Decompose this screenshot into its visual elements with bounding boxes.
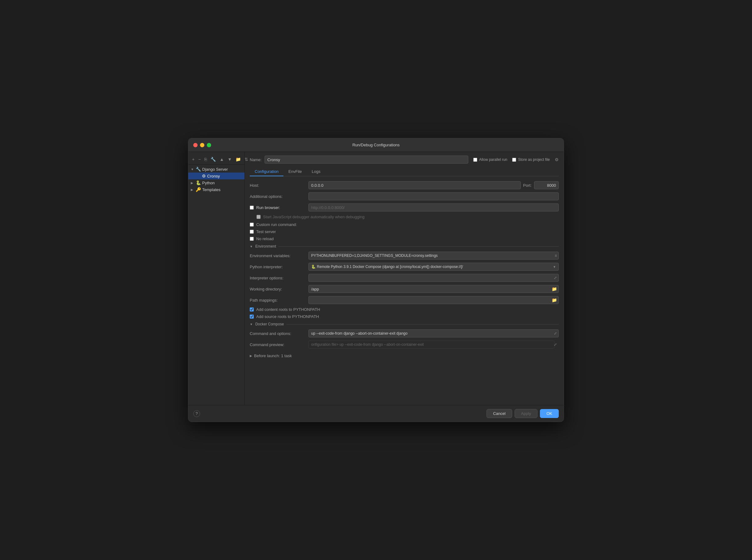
host-input[interactable] — [308, 181, 521, 189]
path-mappings-row: Path mappings: 📁 — [250, 296, 559, 304]
sidebar-item-templates[interactable]: ▶ 🔑 Templates — [188, 186, 244, 193]
command-options-container: ⤢ — [308, 329, 559, 337]
sidebar-item-django-server[interactable]: ▼ 🔧 Django Server — [188, 166, 244, 173]
copy-config-button[interactable]: ⎘ — [203, 156, 208, 162]
sidebar: + − ⎘ 🔧 ▲ ▼ 📁 ⇅ ▼ 🔧 Django Server ⚙ Cron… — [188, 152, 245, 405]
command-options-input[interactable] — [308, 329, 559, 337]
interpreter-options-input[interactable] — [308, 274, 559, 282]
add-config-button[interactable]: + — [191, 156, 196, 162]
env-vars-container: ≡ — [308, 252, 559, 260]
env-vars-input[interactable] — [308, 252, 559, 260]
custom-run-checkbox[interactable] — [250, 223, 254, 226]
tab-envfile[interactable]: EnvFile — [283, 167, 307, 176]
apply-button[interactable]: Apply — [515, 409, 538, 418]
command-options-row: Command and options: ⤢ — [250, 329, 559, 337]
header-options: Allow parallel run Store as project file… — [473, 157, 559, 162]
interpreter-text: 🐍 Remote Python 3.9.1 Docker Compose (dj… — [311, 264, 553, 269]
store-project-row: Store as project file — [512, 157, 550, 162]
env-vars-edit-icon[interactable]: ≡ — [555, 254, 557, 258]
path-mappings-field[interactable] — [308, 296, 559, 304]
add-source-roots-row: Add source roots to PYTHONPATH — [250, 314, 559, 319]
interpreter-options-container: ⤢ — [308, 274, 559, 282]
up-button[interactable]: ▲ — [218, 156, 225, 162]
browse-folder-icon[interactable]: 📁 — [552, 286, 557, 292]
expand-preview-icon[interactable]: ⤢ — [554, 342, 557, 347]
tab-configuration[interactable]: Configuration — [250, 167, 283, 176]
name-input[interactable] — [265, 156, 468, 164]
ok-button[interactable]: OK — [540, 409, 559, 418]
environment-arrow[interactable]: ▼ — [250, 245, 253, 248]
interpreter-select[interactable]: 🐍 Remote Python 3.9.1 Docker Compose (dj… — [308, 263, 559, 271]
footer: ? Cancel Apply OK — [188, 405, 564, 422]
sidebar-item-cronsy[interactable]: ⚙ Cronsy — [188, 173, 244, 179]
sidebar-toolbar: + − ⎘ 🔧 ▲ ▼ 📁 ⇅ — [188, 154, 244, 164]
path-mappings-label: Path mappings: — [250, 298, 308, 302]
add-content-roots-label: Add content roots to PYTHONPATH — [256, 307, 320, 312]
additional-options-input[interactable] — [308, 192, 559, 200]
docker-compose-arrow[interactable]: ▼ — [250, 323, 253, 326]
gear-icon[interactable]: ⚙ — [555, 157, 559, 162]
python-label: Python — [202, 181, 242, 185]
port-input[interactable] — [534, 181, 559, 189]
custom-run-row: Custom run command: — [250, 222, 559, 227]
interpreter-options-row: Interpreter options: ⤢ — [250, 274, 559, 282]
django-server-icon: 🔧 — [196, 167, 201, 172]
wrench-button[interactable]: 🔧 — [209, 156, 217, 162]
add-source-roots-checkbox[interactable] — [250, 315, 254, 319]
expand-command-icon[interactable]: ⤢ — [554, 331, 557, 336]
store-project-label: Store as project file — [518, 157, 550, 162]
maximize-button[interactable] — [207, 143, 211, 147]
test-server-checkbox[interactable] — [250, 230, 254, 234]
host-label: Host: — [250, 183, 308, 188]
arrow-icon: ▼ — [191, 168, 195, 171]
interpreter-options-label: Interpreter options: — [250, 276, 308, 280]
no-reload-row: No reload — [250, 237, 559, 241]
custom-run-label: Custom run command: — [256, 222, 297, 227]
templates-arrow-icon: ▶ — [191, 188, 195, 192]
working-directory-input[interactable] — [308, 285, 559, 293]
environment-label: Environment — [255, 244, 276, 248]
command-preview-container: onfiguration file> up --exit-code-from d… — [308, 340, 559, 348]
run-browser-row: Run browser: — [250, 203, 559, 212]
environment-divider: ▼ Environment — [250, 244, 559, 248]
environment-divider-line — [279, 246, 559, 247]
working-directory-label: Working directory: — [250, 287, 308, 292]
cronsy-label: Cronsy — [207, 174, 242, 178]
help-button[interactable]: ? — [193, 410, 200, 417]
before-launch-row[interactable]: ▶ Before launch: 1 task — [250, 352, 559, 360]
before-launch-arrow-icon: ▶ — [250, 354, 252, 358]
window-title: Run/Debug Configurations — [352, 143, 400, 147]
folder-config-button[interactable]: 📁 — [234, 156, 242, 162]
tab-logs[interactable]: Logs — [307, 167, 325, 176]
js-debug-row: Start JavaScript debugger automatically … — [250, 215, 559, 219]
port-label: Port: — [523, 183, 532, 188]
env-vars-row: Environment variables: ≡ — [250, 252, 559, 260]
cancel-button[interactable]: Cancel — [487, 409, 512, 418]
python-icon: 🐍 — [196, 180, 201, 185]
no-reload-label: No reload — [256, 237, 273, 241]
down-button[interactable]: ▼ — [226, 156, 233, 162]
docker-compose-label: Docker Compose — [255, 322, 284, 326]
expand-interpreter-icon[interactable]: ⤢ — [554, 276, 557, 280]
js-debug-checkbox[interactable] — [257, 215, 261, 219]
remove-config-button[interactable]: − — [197, 156, 202, 162]
traffic-lights — [193, 143, 211, 147]
minimize-button[interactable] — [200, 143, 204, 147]
close-button[interactable] — [193, 143, 198, 147]
docker-compose-divider: ▼ Docker Compose — [250, 322, 559, 326]
tabs: Configuration EnvFile Logs — [250, 167, 559, 176]
no-reload-checkbox[interactable] — [250, 237, 254, 241]
add-content-roots-checkbox[interactable] — [250, 307, 254, 312]
run-browser-url-input[interactable] — [308, 203, 559, 212]
path-mappings-browse-icon[interactable]: 📁 — [552, 298, 557, 302]
run-browser-checkbox[interactable] — [250, 206, 254, 209]
additional-options-row: Additional options: — [250, 192, 559, 200]
add-source-roots-label: Add source roots to PYTHONPATH — [256, 314, 319, 319]
sidebar-item-python[interactable]: ▶ 🐍 Python — [188, 179, 244, 186]
path-mappings-container: 📁 — [308, 296, 559, 304]
env-vars-label: Environment variables: — [250, 254, 308, 258]
allow-parallel-row: Allow parallel run — [473, 157, 507, 162]
store-project-checkbox[interactable] — [512, 158, 516, 162]
python-arrow-icon: ▶ — [191, 181, 195, 185]
allow-parallel-checkbox[interactable] — [473, 158, 477, 162]
